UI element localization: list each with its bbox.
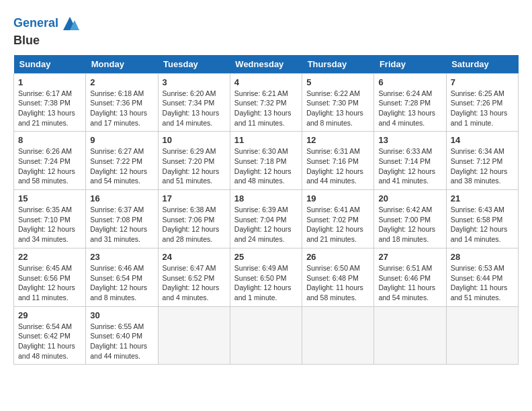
- day-info: Sunrise: 6:54 AM Sunset: 6:42 PM Dayligh…: [18, 322, 81, 361]
- day-info: Sunrise: 6:31 AM Sunset: 7:16 PM Dayligh…: [306, 146, 369, 186]
- weekday-header: Thursday: [302, 55, 374, 74]
- weekday-header: Saturday: [446, 55, 518, 74]
- calendar-week-row: 15 Sunrise: 6:35 AM Sunset: 7:10 PM Dayl…: [14, 190, 519, 248]
- day-number: 25: [234, 252, 298, 262]
- calendar-cell: [446, 306, 518, 365]
- day-number: 28: [451, 252, 514, 262]
- weekday-header: Wednesday: [230, 55, 302, 74]
- day-number: 29: [18, 310, 81, 320]
- day-number: 13: [378, 135, 441, 145]
- calendar-cell: 15 Sunrise: 6:35 AM Sunset: 7:10 PM Dayl…: [14, 190, 86, 248]
- calendar-cell: 17 Sunrise: 6:38 AM Sunset: 7:06 PM Dayl…: [158, 190, 230, 248]
- day-info: Sunrise: 6:39 AM Sunset: 7:04 PM Dayligh…: [234, 205, 298, 244]
- day-number: 16: [90, 193, 153, 203]
- calendar-cell: 7 Sunrise: 6:25 AM Sunset: 7:26 PM Dayli…: [446, 73, 518, 132]
- calendar-cell: 2 Sunrise: 6:18 AM Sunset: 7:36 PM Dayli…: [86, 73, 158, 132]
- calendar-cell: 29 Sunrise: 6:54 AM Sunset: 6:42 PM Dayl…: [14, 306, 86, 365]
- calendar-cell: 4 Sunrise: 6:21 AM Sunset: 7:32 PM Dayli…: [230, 73, 302, 132]
- day-info: Sunrise: 6:53 AM Sunset: 6:44 PM Dayligh…: [451, 263, 514, 303]
- day-info: Sunrise: 6:41 AM Sunset: 7:02 PM Dayligh…: [306, 205, 369, 244]
- calendar-cell: 27 Sunrise: 6:51 AM Sunset: 6:46 PM Dayl…: [374, 248, 446, 306]
- calendar-week-row: 29 Sunrise: 6:54 AM Sunset: 6:42 PM Dayl…: [14, 306, 519, 365]
- calendar-cell: [230, 306, 302, 365]
- calendar-cell: 13 Sunrise: 6:33 AM Sunset: 7:14 PM Dayl…: [374, 132, 446, 190]
- day-info: Sunrise: 6:33 AM Sunset: 7:14 PM Dayligh…: [378, 146, 441, 186]
- day-info: Sunrise: 6:24 AM Sunset: 7:28 PM Dayligh…: [378, 89, 441, 128]
- logo-icon: [60, 13, 80, 34]
- calendar-cell: 10 Sunrise: 6:29 AM Sunset: 7:20 PM Dayl…: [158, 132, 230, 190]
- calendar-cell: 20 Sunrise: 6:42 AM Sunset: 7:00 PM Dayl…: [374, 190, 446, 248]
- page-header: GeneralBlue: [13, 13, 519, 48]
- day-number: 1: [18, 77, 81, 87]
- day-number: 23: [90, 252, 153, 262]
- day-number: 9: [90, 135, 153, 145]
- day-info: Sunrise: 6:46 AM Sunset: 6:54 PM Dayligh…: [90, 263, 153, 303]
- day-number: 20: [378, 193, 441, 203]
- day-info: Sunrise: 6:22 AM Sunset: 7:30 PM Dayligh…: [306, 89, 369, 128]
- day-info: Sunrise: 6:37 AM Sunset: 7:08 PM Dayligh…: [90, 205, 153, 244]
- calendar-cell: 5 Sunrise: 6:22 AM Sunset: 7:30 PM Dayli…: [302, 73, 374, 132]
- day-number: 12: [306, 135, 369, 145]
- calendar-cell: [302, 306, 374, 365]
- calendar-cell: [158, 306, 230, 365]
- calendar-cell: 1 Sunrise: 6:17 AM Sunset: 7:38 PM Dayli…: [14, 73, 86, 132]
- day-number: 8: [18, 135, 81, 145]
- logo: GeneralBlue: [13, 13, 80, 48]
- calendar-body: 1 Sunrise: 6:17 AM Sunset: 7:38 PM Dayli…: [14, 73, 519, 365]
- day-number: 18: [234, 193, 298, 203]
- day-info: Sunrise: 6:51 AM Sunset: 6:46 PM Dayligh…: [378, 263, 441, 303]
- day-number: 7: [451, 77, 514, 87]
- calendar-cell: 21 Sunrise: 6:43 AM Sunset: 6:58 PM Dayl…: [446, 190, 518, 248]
- calendar-cell: 6 Sunrise: 6:24 AM Sunset: 7:28 PM Dayli…: [374, 73, 446, 132]
- weekday-header: Monday: [86, 55, 158, 74]
- day-info: Sunrise: 6:27 AM Sunset: 7:22 PM Dayligh…: [90, 146, 153, 186]
- calendar-cell: 11 Sunrise: 6:30 AM Sunset: 7:18 PM Dayl…: [230, 132, 302, 190]
- calendar-week-row: 22 Sunrise: 6:45 AM Sunset: 6:56 PM Dayl…: [14, 248, 519, 306]
- day-info: Sunrise: 6:55 AM Sunset: 6:40 PM Dayligh…: [90, 322, 153, 361]
- day-number: 19: [306, 193, 369, 203]
- day-info: Sunrise: 6:49 AM Sunset: 6:50 PM Dayligh…: [234, 263, 298, 303]
- calendar-cell: 26 Sunrise: 6:50 AM Sunset: 6:48 PM Dayl…: [302, 248, 374, 306]
- calendar-header-row: SundayMondayTuesdayWednesdayThursdayFrid…: [14, 55, 519, 74]
- logo-text: GeneralBlue: [13, 13, 80, 48]
- day-number: 6: [378, 77, 441, 87]
- weekday-header: Friday: [374, 55, 446, 74]
- calendar-cell: 30 Sunrise: 6:55 AM Sunset: 6:40 PM Dayl…: [86, 306, 158, 365]
- calendar-week-row: 1 Sunrise: 6:17 AM Sunset: 7:38 PM Dayli…: [14, 73, 519, 132]
- day-info: Sunrise: 6:42 AM Sunset: 7:00 PM Dayligh…: [378, 205, 441, 244]
- day-info: Sunrise: 6:18 AM Sunset: 7:36 PM Dayligh…: [90, 89, 153, 128]
- day-number: 10: [163, 135, 226, 145]
- day-number: 15: [18, 193, 81, 203]
- calendar-cell: 3 Sunrise: 6:20 AM Sunset: 7:34 PM Dayli…: [158, 73, 230, 132]
- day-number: 27: [378, 252, 441, 262]
- calendar-cell: 14 Sunrise: 6:34 AM Sunset: 7:12 PM Dayl…: [446, 132, 518, 190]
- day-info: Sunrise: 6:21 AM Sunset: 7:32 PM Dayligh…: [234, 89, 298, 128]
- day-info: Sunrise: 6:25 AM Sunset: 7:26 PM Dayligh…: [451, 89, 514, 128]
- day-number: 26: [306, 252, 369, 262]
- day-info: Sunrise: 6:20 AM Sunset: 7:34 PM Dayligh…: [163, 89, 226, 128]
- day-number: 22: [18, 252, 81, 262]
- day-number: 14: [451, 135, 514, 145]
- day-info: Sunrise: 6:34 AM Sunset: 7:12 PM Dayligh…: [451, 146, 514, 186]
- calendar-cell: 25 Sunrise: 6:49 AM Sunset: 6:50 PM Dayl…: [230, 248, 302, 306]
- day-info: Sunrise: 6:29 AM Sunset: 7:20 PM Dayligh…: [163, 146, 226, 186]
- weekday-header: Sunday: [14, 55, 86, 74]
- day-number: 3: [163, 77, 226, 87]
- calendar-cell: [374, 306, 446, 365]
- day-number: 17: [163, 193, 226, 203]
- calendar-week-row: 8 Sunrise: 6:26 AM Sunset: 7:24 PM Dayli…: [14, 132, 519, 190]
- day-info: Sunrise: 6:17 AM Sunset: 7:38 PM Dayligh…: [18, 89, 81, 128]
- calendar-cell: 9 Sunrise: 6:27 AM Sunset: 7:22 PM Dayli…: [86, 132, 158, 190]
- day-info: Sunrise: 6:38 AM Sunset: 7:06 PM Dayligh…: [163, 205, 226, 244]
- day-number: 4: [234, 77, 298, 87]
- day-info: Sunrise: 6:30 AM Sunset: 7:18 PM Dayligh…: [234, 146, 298, 186]
- weekday-header: Tuesday: [158, 55, 230, 74]
- calendar-cell: 8 Sunrise: 6:26 AM Sunset: 7:24 PM Dayli…: [14, 132, 86, 190]
- calendar-cell: 24 Sunrise: 6:47 AM Sunset: 6:52 PM Dayl…: [158, 248, 230, 306]
- day-info: Sunrise: 6:35 AM Sunset: 7:10 PM Dayligh…: [18, 205, 81, 244]
- calendar-cell: 19 Sunrise: 6:41 AM Sunset: 7:02 PM Dayl…: [302, 190, 374, 248]
- calendar-cell: 18 Sunrise: 6:39 AM Sunset: 7:04 PM Dayl…: [230, 190, 302, 248]
- day-number: 24: [163, 252, 226, 262]
- day-info: Sunrise: 6:47 AM Sunset: 6:52 PM Dayligh…: [163, 263, 226, 303]
- calendar-table: SundayMondayTuesdayWednesdayThursdayFrid…: [13, 55, 519, 365]
